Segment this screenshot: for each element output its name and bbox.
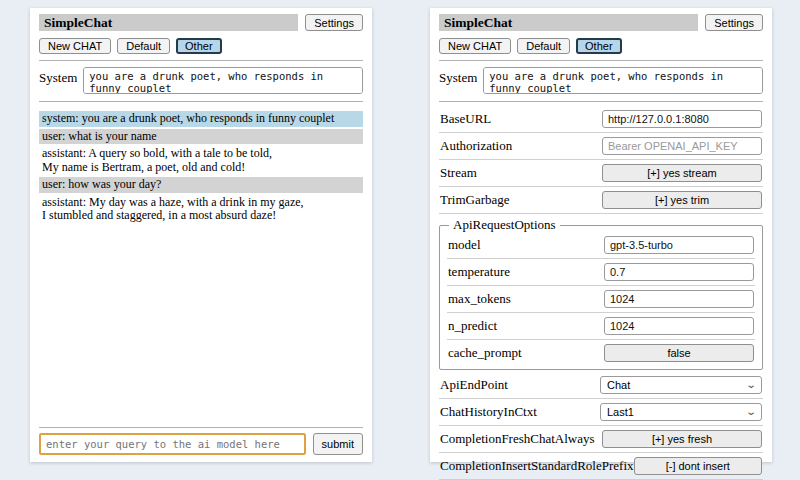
chat-history-in-ctxt-label: ChatHistoryInCtxt: [440, 404, 537, 420]
settings-panel: SimpleChat Settings New CHAT Default Oth…: [430, 8, 772, 462]
api-endpoint-selected-value: Chat: [607, 379, 630, 391]
setting-row-n-predict: n_predict: [447, 314, 755, 338]
chat-message-list: system: you are a drunk poet, who respon…: [39, 111, 363, 226]
setting-row-cache-prompt: cache_prompt false: [447, 341, 755, 365]
setting-row-authorization: Authorization: [439, 134, 763, 158]
model-label: model: [448, 237, 481, 253]
setting-row-api-endpoint: ApiEndPoint Chat ⌄: [439, 373, 763, 397]
setting-row-temperature: temperature: [447, 260, 755, 284]
completion-insert-standard-role-prefix-label: CompletionInsertStandardRolePrefix: [440, 458, 634, 474]
cache-prompt-toggle-button[interactable]: false: [604, 344, 754, 362]
separator: [39, 60, 363, 61]
submit-button[interactable]: submit: [313, 433, 363, 455]
app-title: SimpleChat: [439, 14, 698, 31]
chat-message-assistant: assistant: My day was a haze, with a dri…: [39, 195, 363, 224]
system-label: System: [439, 67, 477, 86]
temperature-label: temperature: [448, 264, 510, 280]
chat-message-assistant: assistant: A query so bold, with a tale …: [39, 146, 363, 175]
system-prompt-input[interactable]: you are a drunk poet, who responds in fu…: [83, 67, 363, 94]
api-request-options-legend: ApiRequestOptions: [449, 217, 560, 233]
setting-row-completion-insert-standard-role-prefix: CompletionInsertStandardRolePrefix [-] d…: [439, 454, 763, 478]
chat-message-user: user: how was your day?: [39, 177, 363, 193]
system-prompt-row: System you are a drunk poet, who respond…: [439, 67, 763, 94]
chat-message-user: user: what is your name: [39, 129, 363, 145]
trimgarbage-label: TrimGarbage: [440, 192, 510, 208]
separator: [447, 285, 755, 286]
separator: [439, 425, 763, 426]
session-toolbar: New CHAT Default Other: [439, 38, 763, 54]
session-button-other[interactable]: Other: [176, 38, 222, 54]
chat-history-selected-value: Last1: [607, 406, 634, 418]
setting-row-completion-fresh-chat-always: CompletionFreshChatAlways [+] yes fresh: [439, 427, 763, 451]
query-input[interactable]: [39, 433, 306, 455]
chevron-down-icon: ⌄: [745, 381, 757, 389]
chat-message-system: system: you are a drunk poet, who respon…: [39, 111, 363, 127]
session-button-other[interactable]: Other: [576, 38, 622, 54]
chat-history-in-ctxt-select[interactable]: Last1 ⌄: [600, 403, 762, 421]
completion-insert-role-prefix-toggle-button[interactable]: [-] dont insert: [634, 457, 762, 475]
temperature-input[interactable]: [604, 263, 754, 281]
session-button-default[interactable]: Default: [517, 38, 570, 54]
new-chat-button[interactable]: New CHAT: [439, 38, 511, 54]
max-tokens-input[interactable]: [604, 290, 754, 308]
baseurl-label: BaseURL: [440, 111, 491, 127]
app-title: SimpleChat: [39, 14, 298, 31]
chat-panel-header: SimpleChat Settings: [39, 14, 363, 31]
separator: [447, 312, 755, 313]
authorization-input[interactable]: [602, 137, 762, 155]
setting-row-chat-history-in-ctxt: ChatHistoryInCtxt Last1 ⌄: [439, 400, 763, 424]
system-label: System: [39, 67, 77, 86]
setting-row-baseurl: BaseURL: [439, 107, 763, 131]
separator: [439, 186, 763, 187]
setting-row-max-tokens: max_tokens: [447, 287, 755, 311]
separator: [439, 101, 763, 102]
chevron-down-icon: ⌄: [745, 408, 757, 416]
separator: [447, 339, 755, 340]
api-endpoint-label: ApiEndPoint: [440, 377, 508, 393]
query-row: submit: [39, 433, 363, 455]
authorization-label: Authorization: [440, 138, 512, 154]
settings-button[interactable]: Settings: [305, 14, 363, 31]
session-button-default[interactable]: Default: [117, 38, 170, 54]
separator: [439, 452, 763, 453]
model-input[interactable]: [604, 236, 754, 254]
separator: [439, 213, 763, 214]
cache-prompt-label: cache_prompt: [448, 345, 522, 361]
separator: [447, 258, 755, 259]
baseurl-input[interactable]: [602, 110, 762, 128]
trimgarbage-toggle-button[interactable]: [+] yes trim: [602, 191, 762, 209]
api-request-options-fieldset: ApiRequestOptions model temperature max_…: [439, 217, 763, 370]
api-endpoint-select[interactable]: Chat ⌄: [600, 376, 762, 394]
separator: [439, 132, 763, 133]
separator: [39, 101, 363, 102]
max-tokens-label: max_tokens: [448, 291, 511, 307]
separator: [439, 159, 763, 160]
settings-button[interactable]: Settings: [705, 14, 763, 31]
system-prompt-row: System you are a drunk poet, who respond…: [39, 67, 363, 94]
setting-row-trimgarbage: TrimGarbage [+] yes trim: [439, 188, 763, 212]
completion-fresh-chat-always-label: CompletionFreshChatAlways: [440, 431, 595, 447]
n-predict-label: n_predict: [448, 318, 497, 334]
completion-fresh-chat-toggle-button[interactable]: [+] yes fresh: [602, 430, 762, 448]
separator: [439, 398, 763, 399]
chat-panel: SimpleChat Settings New CHAT Default Oth…: [30, 8, 372, 462]
stream-label: Stream: [440, 165, 477, 181]
settings-panel-header: SimpleChat Settings: [439, 14, 763, 31]
n-predict-input[interactable]: [604, 317, 754, 335]
empty-space: [39, 226, 363, 422]
session-toolbar: New CHAT Default Other: [39, 38, 363, 54]
setting-row-stream: Stream [+] yes stream: [439, 161, 763, 185]
system-prompt-input[interactable]: you are a drunk poet, who responds in fu…: [483, 67, 763, 94]
separator: [39, 427, 363, 428]
separator: [439, 60, 763, 61]
new-chat-button[interactable]: New CHAT: [39, 38, 111, 54]
setting-row-model: model: [447, 233, 755, 257]
stream-toggle-button[interactable]: [+] yes stream: [602, 164, 762, 182]
